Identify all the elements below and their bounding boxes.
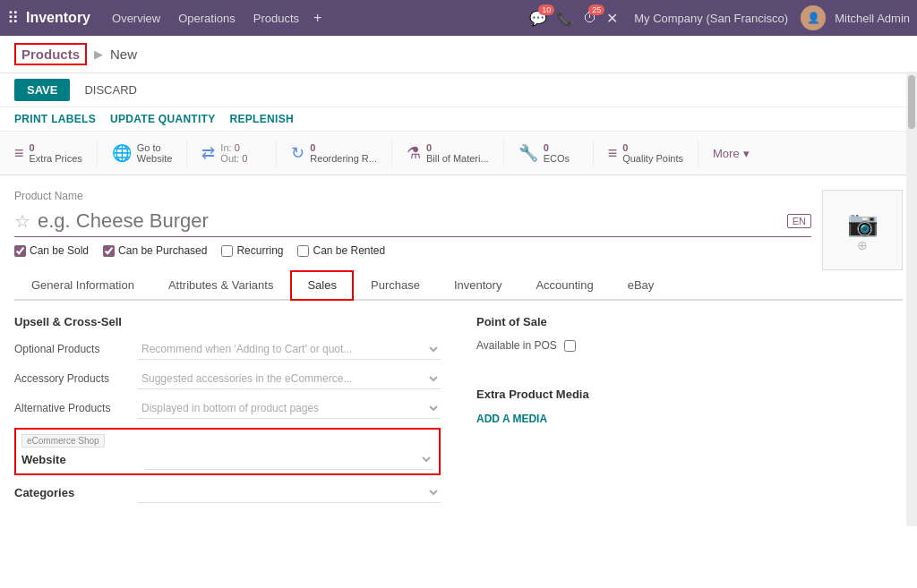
tab-content-sales: Upsell & Cross-Sell Optional Products Re… — [0, 301, 917, 526]
list-icon: ≡ — [14, 144, 24, 163]
upsell-section: Upsell & Cross-Sell Optional Products Re… — [14, 315, 441, 512]
wrench-icon: 🔧 — [518, 143, 538, 163]
alternative-products-label: Alternative Products — [14, 398, 131, 414]
can-be-rented-checkbox[interactable]: Can be Rented — [297, 244, 385, 257]
website-select[interactable] — [145, 449, 433, 470]
ecos-count: 0 — [544, 142, 570, 153]
accessory-products-row: Accessory Products Suggested accessories… — [14, 369, 441, 389]
bom-stat[interactable]: ⚗ 0 Bill of Materi... — [392, 139, 504, 167]
website-field-group: eCommerce Shop Website — [14, 428, 441, 475]
notifications-button[interactable]: 💬 10 — [529, 10, 547, 27]
tabs-bar: General Information Attributes & Variant… — [14, 270, 903, 301]
website-row: Website — [21, 449, 433, 470]
optional-products-select[interactable]: Recommend when 'Adding to Cart' or quot.… — [138, 339, 441, 360]
tab-purchase[interactable]: Purchase — [354, 270, 437, 301]
phone-icon[interactable]: 📞 — [556, 10, 574, 27]
activity-button[interactable]: ⏱ 25 — [583, 10, 597, 26]
in-out-stat[interactable]: ⇄ In: 0 Out: 0 — [187, 139, 277, 167]
extra-prices-stat[interactable]: ≡ 0 Extra Prices — [0, 139, 98, 167]
optional-products-row: Optional Products Recommend when 'Adding… — [14, 339, 441, 360]
product-name-row: ☆ EN — [14, 206, 811, 237]
extra-media-title: Extra Product Media — [476, 388, 903, 401]
product-name-label: Product Name — [14, 190, 811, 202]
upsell-section-title: Upsell & Cross-Sell — [14, 315, 441, 328]
avatar[interactable]: 👤 — [801, 5, 826, 30]
website-label: Website — [21, 449, 138, 466]
save-button[interactable]: SAVE — [14, 79, 70, 101]
ecos-stat[interactable]: 🔧 0 ECOs — [504, 139, 594, 167]
reordering-count: 0 — [310, 142, 377, 153]
language-badge[interactable]: EN — [787, 214, 811, 228]
breadcrumb-current: New — [110, 47, 137, 62]
tab-sales[interactable]: Sales — [290, 270, 354, 301]
action-bar: SAVE DISCARD — [0, 73, 917, 107]
recurring-label: Recurring — [236, 244, 283, 257]
scrollbar[interactable] — [906, 72, 917, 526]
favorite-star-icon[interactable]: ☆ — [14, 210, 30, 232]
print-labels-button[interactable]: PRINT LABELS — [14, 113, 96, 125]
recurring-checkbox[interactable]: Recurring — [221, 244, 283, 257]
company-name: My Company (San Francisco) — [634, 12, 788, 25]
tab-ebay[interactable]: eBay — [611, 270, 672, 301]
accessory-products-label: Accessory Products — [14, 369, 131, 385]
add-media-button[interactable]: ADD A MEDIA — [476, 413, 547, 425]
scroll-thumb[interactable] — [908, 75, 915, 129]
more-dropdown[interactable]: More ▾ — [698, 139, 764, 167]
top-navigation: ⠿ Inventory Overview Operations Products… — [0, 0, 917, 36]
extra-prices-label: Extra Prices — [30, 153, 82, 164]
notifications-badge: 10 — [538, 4, 554, 15]
product-name-input[interactable] — [38, 206, 780, 236]
update-quantity-button[interactable]: UPDATE QUANTITY — [110, 113, 216, 125]
available-in-pos-label: Available in POS — [476, 339, 557, 352]
reordering-label: Reordering R... — [310, 153, 377, 164]
categories-select[interactable] — [138, 482, 441, 503]
flask-icon: ⚗ — [407, 143, 421, 163]
ecos-label: ECOs — [544, 153, 570, 164]
available-in-pos-row: Available in POS — [476, 339, 903, 352]
chevron-down-icon: ▾ — [743, 147, 750, 160]
product-form: Product Name ☆ EN Can be Sold Can be Pur… — [0, 175, 917, 301]
quality-count: 0 — [622, 142, 683, 153]
tab-attributes-variants[interactable]: Attributes & Variants — [151, 270, 291, 301]
refresh-icon: ↻ — [291, 143, 304, 163]
top-icon-area: 💬 10 📞 ⏱ 25 ✕ My Company (San Francisco)… — [529, 5, 910, 30]
reordering-stat[interactable]: ↻ 0 Reordering R... — [277, 139, 392, 167]
pos-section-title: Point of Sale — [476, 315, 903, 328]
bom-count: 0 — [426, 142, 489, 153]
can-be-sold-label: Can be Sold — [30, 244, 89, 257]
nav-products[interactable]: Products — [246, 8, 306, 29]
can-be-rented-label: Can be Rented — [313, 244, 385, 257]
stats-row: ≡ 0 Extra Prices 🌐 Go toWebsite ⇄ In: 0 … — [0, 132, 917, 175]
replenish-button[interactable]: REPLENISH — [230, 113, 294, 125]
quality-points-stat[interactable]: ≡ 0 Quality Points — [594, 139, 698, 167]
bom-label: Bill of Materi... — [426, 153, 489, 164]
quality-list-icon: ≡ — [608, 144, 618, 163]
breadcrumb-products-link[interactable]: Products — [14, 43, 87, 65]
go-to-website-stat[interactable]: 🌐 Go toWebsite — [98, 139, 188, 167]
add-menu-icon[interactable]: + — [310, 10, 325, 26]
discard-button[interactable]: DISCARD — [77, 79, 144, 101]
product-photo-placeholder[interactable]: 📷 ⊕ — [822, 190, 903, 270]
extra-prices-count: 0 — [30, 142, 82, 153]
nav-overview[interactable]: Overview — [105, 8, 167, 29]
ecommerce-shop-label: eCommerce Shop — [21, 434, 105, 447]
go-to-website-label: Go toWebsite — [137, 142, 173, 164]
out-count: Out: 0 — [220, 153, 247, 164]
app-name: Inventory — [26, 10, 90, 26]
alternative-products-select[interactable]: Displayed in bottom of product pages — [138, 398, 441, 419]
can-be-purchased-checkbox[interactable]: Can be Purchased — [103, 244, 207, 257]
app-grid-icon[interactable]: ⠿ — [7, 8, 19, 28]
optional-products-label: Optional Products — [14, 339, 131, 355]
quality-label: Quality Points — [622, 153, 683, 164]
nav-operations[interactable]: Operations — [171, 8, 243, 29]
available-in-pos-checkbox[interactable] — [564, 340, 576, 352]
accessory-products-select[interactable]: Suggested accessories in the eCommerce..… — [138, 369, 441, 389]
tab-inventory[interactable]: Inventory — [437, 270, 518, 301]
secondary-actions-bar: PRINT LABELS UPDATE QUANTITY REPLENISH — [0, 107, 917, 132]
settings-icon[interactable]: ✕ — [606, 10, 618, 27]
tab-accounting[interactable]: Accounting — [518, 270, 610, 301]
extra-media-section: Extra Product Media ADD A MEDIA — [476, 388, 903, 425]
tab-general-information[interactable]: General Information — [14, 270, 151, 301]
can-be-sold-checkbox[interactable]: Can be Sold — [14, 244, 89, 257]
categories-row: Categories — [14, 482, 441, 503]
